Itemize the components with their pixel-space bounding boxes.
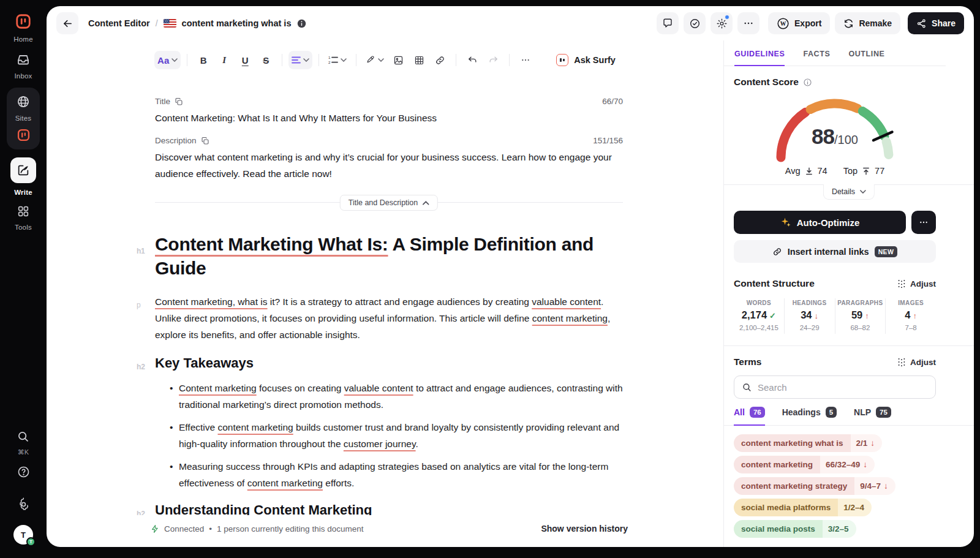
term-chip[interactable]: social media platforms 1/2–4 xyxy=(734,499,872,516)
italic-button[interactable]: I xyxy=(214,51,234,69)
strikethrough-button[interactable]: S xyxy=(256,51,276,69)
copy-title-icon[interactable] xyxy=(175,97,183,106)
link-icon xyxy=(435,55,445,66)
term-highlight: content marketing xyxy=(532,313,608,323)
sidebar-item-home[interactable]: Home xyxy=(13,13,32,43)
stat-words[interactable]: WORDS 2,174 2,100–2,415 xyxy=(734,298,784,334)
info-icon[interactable] xyxy=(296,18,307,29)
surfer-logo-icon xyxy=(15,13,32,30)
sidebar-item-sites[interactable]: Sites xyxy=(15,94,32,122)
panel-scroll-area[interactable]: Content Score 88/100 xyxy=(724,66,974,547)
remake-label: Remake xyxy=(859,18,892,28)
settings-gear-icon[interactable] xyxy=(17,497,31,511)
comments-button[interactable] xyxy=(657,12,679,34)
stat-images[interactable]: IMAGES 4 7–8 xyxy=(885,298,936,334)
ask-surfy-button[interactable]: Ask Surfy xyxy=(556,54,616,66)
sidebar-item-tools[interactable]: Tools xyxy=(15,205,32,231)
check-circle-icon xyxy=(689,18,701,29)
svg-text:2: 2 xyxy=(328,60,331,64)
insert-internal-links-button[interactable]: Insert internal links NEW xyxy=(734,240,936,263)
align-button[interactable] xyxy=(288,51,312,69)
doc-block-understanding[interactable]: h2Understanding Content Marketing xyxy=(155,501,623,515)
list-item[interactable]: Content marketing focuses on creating va… xyxy=(155,380,623,413)
stat-paragraphs[interactable]: PARAGRAPHS 59 68–82 xyxy=(835,298,886,334)
remake-button[interactable]: Remake xyxy=(835,12,900,34)
underline-button[interactable]: U xyxy=(235,51,255,69)
term-chip[interactable]: social media posts 3/2–5 xyxy=(734,520,856,538)
more-options-button[interactable] xyxy=(737,12,760,34)
copy-description-icon[interactable] xyxy=(201,137,209,145)
document-title: content marketing what is xyxy=(182,18,292,28)
score-benchmarks: Avg 74 Top 77 xyxy=(734,166,936,176)
export-button[interactable]: W Export xyxy=(768,12,830,34)
terms-search-input[interactable] xyxy=(758,382,928,393)
site-surfer-icon[interactable] xyxy=(17,128,31,142)
doc-block-key-takeaways[interactable]: h2Key Takeaways xyxy=(155,354,623,372)
list-item[interactable]: Effective content marketing builds custo… xyxy=(155,419,623,452)
list-item[interactable]: Measuring success through KPIs and adapt… xyxy=(155,458,623,491)
term-chip[interactable]: content marketing strategy 9/4–7 xyxy=(734,477,895,495)
content-structure-title: Content Structure xyxy=(734,278,815,289)
terms-adjust-button[interactable]: Adjust xyxy=(897,358,936,367)
collapse-pill-button[interactable]: Title and Description xyxy=(340,195,438,211)
redo-button[interactable] xyxy=(483,51,503,69)
sliders-icon xyxy=(897,279,906,288)
search-icon[interactable] xyxy=(17,430,30,443)
structure-adjust-button[interactable]: Adjust xyxy=(897,279,936,288)
undo-icon xyxy=(467,55,478,66)
share-button[interactable]: Share xyxy=(908,12,964,34)
sidebar-item-write[interactable]: Write xyxy=(10,157,36,196)
term-chip[interactable]: content marketing what is 2/1 xyxy=(734,434,882,452)
doc-block-h1[interactable]: h1Content Marketing What Is: A Simple De… xyxy=(155,232,623,280)
term-highlight: content marketing xyxy=(217,422,293,432)
auto-optimize-button[interactable]: Auto-Optimize xyxy=(734,211,906,234)
filter-headings[interactable]: Headings 5 xyxy=(782,407,837,426)
top-value: 77 xyxy=(875,166,884,176)
score-details-divider: Details xyxy=(724,184,974,200)
filter-all[interactable]: All 76 xyxy=(734,407,765,426)
insert-image-button[interactable] xyxy=(388,51,408,69)
title-field-value[interactable]: Content Marketing: What Is It and Why It… xyxy=(155,110,623,126)
content-score-title: Content Score xyxy=(734,77,799,88)
stat-headings[interactable]: HEADINGS 34 24–29 xyxy=(784,298,835,334)
tab-facts[interactable]: FACTS xyxy=(803,50,830,66)
help-icon[interactable] xyxy=(17,465,31,479)
sidebar-item-inbox[interactable]: Inbox xyxy=(14,52,32,80)
editor-status-bar: Connected • 1 person currently editing t… xyxy=(47,515,723,547)
toolbar-more-button[interactable] xyxy=(516,51,535,69)
image-icon xyxy=(393,55,404,66)
details-button[interactable]: Details xyxy=(823,184,875,200)
ask-surfy-label: Ask Surfy xyxy=(574,55,616,65)
user-avatar[interactable]: T T xyxy=(13,525,33,545)
highlight-button[interactable] xyxy=(363,51,387,69)
list-button[interactable]: 12 xyxy=(325,51,350,69)
tab-outline[interactable]: OUTLINE xyxy=(848,50,884,66)
checks-button[interactable] xyxy=(684,12,706,34)
version-history-link[interactable]: Show version history xyxy=(541,524,628,533)
auto-optimize-more-button[interactable] xyxy=(911,211,936,234)
takeaways-list[interactable]: Content marketing focuses on creating va… xyxy=(155,380,623,491)
collapse-label: Title and Description xyxy=(349,198,418,207)
tab-guidelines[interactable]: GUIDELINES xyxy=(734,50,785,66)
filter-nlp[interactable]: NLP 75 xyxy=(854,407,891,426)
bold-button[interactable]: B xyxy=(194,51,213,69)
term-label: content marketing what is xyxy=(734,434,851,452)
auto-optimize-label: Auto-Optimize xyxy=(797,217,860,228)
info-icon[interactable] xyxy=(803,78,812,87)
term-chip[interactable]: content marketing 66/32–49 xyxy=(734,456,875,473)
description-field-value[interactable]: Discover what content marketing is and w… xyxy=(155,149,623,182)
arrow-down-to-line-icon xyxy=(805,167,813,176)
breadcrumb-section[interactable]: Content Editor xyxy=(88,18,150,28)
undo-button[interactable] xyxy=(462,51,482,69)
breadcrumb: Content Editor / content marketing what … xyxy=(88,18,307,29)
insert-link-button[interactable] xyxy=(430,51,450,69)
text-style-button[interactable]: Aa xyxy=(154,51,181,69)
back-button[interactable] xyxy=(56,12,78,34)
settings-button[interactable] xyxy=(710,12,733,34)
document-scroll-area[interactable]: Title 66/70 Content Marketing: What Is I… xyxy=(47,80,723,515)
editing-status: 1 person currently editing this document xyxy=(217,524,363,533)
insert-table-button[interactable] xyxy=(409,51,429,69)
term-highlight: Content marketing, what is xyxy=(155,296,268,307)
doc-block-intro[interactable]: pContent marketing, what is it? It is a … xyxy=(155,293,623,343)
term-highlight: content marketing xyxy=(247,478,323,488)
